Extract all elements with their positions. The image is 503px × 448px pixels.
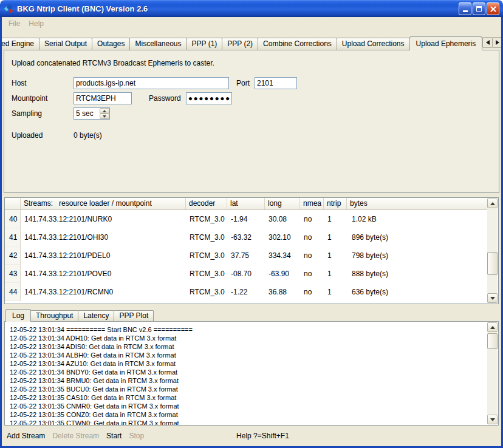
row-number: 41 xyxy=(5,228,21,246)
tab-scroll-left-button[interactable] xyxy=(482,37,493,48)
streams-scrollbar[interactable] xyxy=(487,199,498,303)
row-number: 43 xyxy=(5,265,21,283)
cell-ntrip: 1 xyxy=(324,265,347,283)
row-number: 40 xyxy=(5,210,21,228)
upload-ephemeris-panel: Upload concatenated RTCMv3 Broadcast Eph… xyxy=(4,50,499,193)
mountpoint-row: Mountpoint Password xyxy=(12,92,499,104)
maximize-button[interactable] xyxy=(473,2,485,15)
streams-table-header: Streams: resource loader / mountpoint de… xyxy=(5,198,488,210)
log-scrollbar[interactable] xyxy=(487,322,498,424)
port-input[interactable] xyxy=(255,77,297,89)
cell-nmea: no xyxy=(300,228,324,246)
cell-ntrip: 1 xyxy=(324,246,347,265)
menu-file[interactable]: File xyxy=(4,18,24,29)
mountpoint-input[interactable] xyxy=(74,92,132,104)
sampling-increment-button[interactable] xyxy=(100,108,109,114)
sampling-spin-buttons xyxy=(100,108,109,119)
cell-long: 36.88 xyxy=(265,283,300,301)
stop-button[interactable]: Stop xyxy=(129,432,144,440)
log-line: 12-05-22 13:01:34 ADH10: Get data in RTC… xyxy=(10,334,488,342)
window-body: File Help ed EngineSerial OutputOutagesM… xyxy=(0,17,503,448)
cell-decoder: RTCM_3.0 xyxy=(186,246,227,265)
cell-mountpoint: 141.74.33.12:2101/OHI30 xyxy=(21,228,186,246)
minimize-icon xyxy=(463,10,468,12)
table-row[interactable]: 42141.74.33.12:2101/PDEL0RTCM_3.037.7533… xyxy=(5,246,488,265)
table-row[interactable]: 40141.74.33.12:2101/NURK0RTCM_3.0-1.9430… xyxy=(5,210,488,228)
table-row[interactable]: 43141.74.33.12:2101/POVE0RTCM_3.0-08.70-… xyxy=(5,265,488,283)
tab-serial-output[interactable]: Serial Output xyxy=(39,38,92,50)
minimize-button[interactable] xyxy=(459,2,471,15)
tab-outages[interactable]: Outages xyxy=(92,38,130,50)
tab-label: Miscellaneous xyxy=(135,39,181,48)
log-line: 12-05-22 13:01:34 AZU10: Get data in RTC… xyxy=(10,359,488,368)
header-long[interactable]: long xyxy=(265,198,300,209)
header-lat[interactable]: lat xyxy=(227,198,265,209)
streams-scroll-down-button[interactable] xyxy=(487,293,498,303)
log-scroll-up-button[interactable] xyxy=(487,322,498,332)
cell-decoder: RTCM_3.0 xyxy=(186,228,227,246)
arrow-right-icon xyxy=(496,40,499,45)
sampling-decrement-button[interactable] xyxy=(100,114,109,119)
log-line: 12-05-22 13:01:35 BUCU0: Get data in RTC… xyxy=(10,385,488,393)
bottom-tab-bar: LogThroughputLatencyPPP Plot xyxy=(2,308,501,321)
password-input[interactable] xyxy=(186,92,232,104)
header-decoder[interactable]: decoder xyxy=(186,198,227,209)
log-scrollbar-thumb[interactable] xyxy=(487,333,498,349)
start-button[interactable]: Start xyxy=(106,432,121,440)
tab-ppp-plot[interactable]: PPP Plot xyxy=(114,310,154,321)
tab-upload-ephemeris[interactable]: Upload Ephemeris xyxy=(409,36,483,50)
titlebar[interactable]: BKG Ntrip Client (BNC) Version 2.6 xyxy=(0,0,503,17)
header-nmea[interactable]: nmea xyxy=(300,198,324,209)
sampling-row: Sampling xyxy=(12,107,499,120)
delete-stream-button[interactable]: Delete Stream xyxy=(52,432,99,440)
cell-lat: -63.32 xyxy=(227,228,265,246)
help-label: Help ?=Shift+F1 xyxy=(236,432,289,440)
table-row[interactable]: 44141.74.33.12:2101/RCMN0RTCM_3.0-1.2236… xyxy=(5,283,488,301)
tab-scroll-right-button[interactable] xyxy=(492,37,502,48)
header-mountpoint[interactable]: Streams: resource loader / mountpoint xyxy=(21,198,186,209)
app-window: BKG Ntrip Client (BNC) Version 2.6 File … xyxy=(0,0,503,448)
table-row[interactable]: 41141.74.33.12:2101/OHI30RTCM_3.0-63.323… xyxy=(5,228,488,246)
cell-long: 334.34 xyxy=(265,246,300,265)
tab-feed-engine[interactable]: ed Engine xyxy=(0,38,39,50)
window-title: BKG Ntrip Client (BNC) Version 2.6 xyxy=(17,4,459,13)
streams-scroll-up-button[interactable] xyxy=(487,199,498,208)
tab-label: Latency xyxy=(83,311,109,320)
tab-log[interactable]: Log xyxy=(5,309,31,322)
cell-nmea: no xyxy=(300,265,324,283)
arrow-down-icon xyxy=(490,418,495,421)
cell-nmea: no xyxy=(300,210,324,228)
tab-combine-corrections[interactable]: Combine Corrections xyxy=(258,38,337,50)
add-stream-button[interactable]: Add Stream xyxy=(7,432,45,440)
header-bytes[interactable]: bytes xyxy=(347,198,488,209)
log-line: 12-05-22 13:01:35 CTWN0: Get data in RTC… xyxy=(10,419,488,425)
log-output: 12-05-22 13:01:34 ========== Start BNC v… xyxy=(5,322,488,425)
host-input[interactable] xyxy=(74,77,229,89)
tab-upload-corrections[interactable]: Upload Corrections xyxy=(337,38,410,50)
cell-decoder: RTCM_3.0 xyxy=(186,210,227,228)
cell-mountpoint: 141.74.33.12:2101/PDEL0 xyxy=(21,246,186,265)
mountpoint-label: Mountpoint xyxy=(12,94,74,103)
menu-help[interactable]: Help xyxy=(24,18,48,29)
tab-miscellaneous[interactable]: Miscellaneous xyxy=(129,38,186,50)
log-line: 12-05-22 13:01:34 ========== Start BNC v… xyxy=(10,325,488,334)
tab-throughput[interactable]: Throughput xyxy=(30,310,78,321)
sampling-label: Sampling xyxy=(12,109,74,118)
arrow-down-icon xyxy=(490,297,495,300)
close-button[interactable] xyxy=(487,2,499,15)
tab-label: Upload Ephemeris xyxy=(416,39,476,48)
uploaded-label: Uploaded xyxy=(12,131,74,140)
row-number: 42 xyxy=(5,246,21,265)
tab-latency[interactable]: Latency xyxy=(78,310,114,321)
tab-ppp-2[interactable]: PPP (2) xyxy=(222,38,258,50)
streams-scrollbar-thumb[interactable] xyxy=(487,252,498,275)
tab-ppp-1[interactable]: PPP (1) xyxy=(186,38,223,50)
status-bar: Add Stream Delete Stream Start Stop Help… xyxy=(2,426,501,446)
log-scroll-down-button[interactable] xyxy=(487,415,498,424)
cell-long: 302.10 xyxy=(265,228,300,246)
sampling-input[interactable] xyxy=(74,108,100,119)
header-ntrip[interactable]: ntrip xyxy=(324,198,347,209)
tab-label: ed Engine xyxy=(1,39,34,48)
sampling-spinner xyxy=(74,107,110,120)
cell-lat: 37.75 xyxy=(227,246,265,265)
